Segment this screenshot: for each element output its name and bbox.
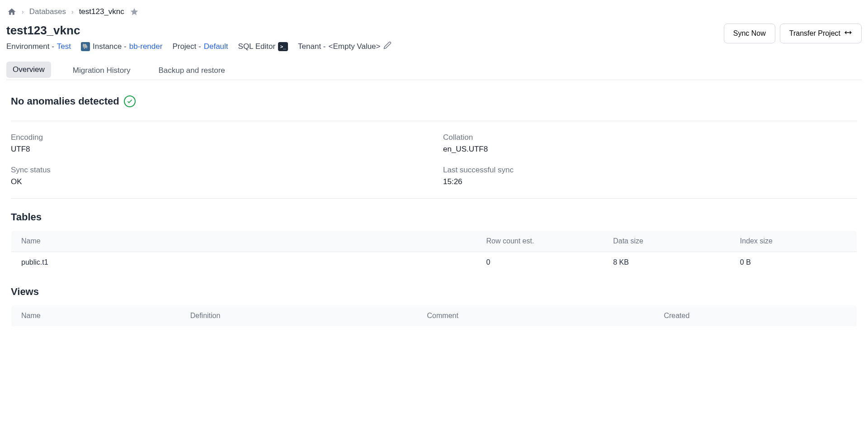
tables-header-data-size: Data size <box>603 231 730 252</box>
breadcrumb-databases[interactable]: Databases <box>29 7 66 16</box>
tables-header-row-count: Row count est. <box>476 231 604 252</box>
tabs: Overview Migration History Backup and re… <box>6 62 862 80</box>
last-sync-label: Last successful sync <box>443 166 857 175</box>
views-header-comment: Comment <box>417 305 654 327</box>
sql-editor-link[interactable]: SQL Editor >_ <box>238 42 288 51</box>
table-row[interactable]: public.t1 0 8 KB 0 B <box>11 252 857 273</box>
tables-header-index-size: Index size <box>730 231 857 252</box>
last-sync-value: 15:26 <box>443 177 857 186</box>
anomaly-status: No anomalies detected <box>11 80 857 121</box>
tables-title: Tables <box>11 211 857 223</box>
transfer-icon <box>844 29 852 38</box>
sync-status-label: Sync status <box>11 166 425 175</box>
info-grid: Encoding UTF8 Collation en_US.UTF8 Sync … <box>11 121 857 198</box>
tenant-meta: Tenant - <Empty Value> <box>298 41 391 52</box>
views-header-created: Created <box>654 305 857 327</box>
chevron-right-icon: › <box>71 8 74 15</box>
star-icon[interactable] <box>130 7 139 16</box>
tab-backup-restore[interactable]: Backup and restore <box>152 62 231 80</box>
sync-now-button[interactable]: Sync Now <box>724 24 775 43</box>
encoding-label: Encoding <box>11 133 425 142</box>
transfer-project-button[interactable]: Transfer Project <box>780 24 862 43</box>
page-title: test123_vknc <box>6 24 392 38</box>
terminal-icon: >_ <box>278 42 288 51</box>
encoding-value: UTF8 <box>11 145 425 154</box>
project-link[interactable]: Default <box>204 42 228 51</box>
tab-migration-history[interactable]: Migration History <box>66 62 137 80</box>
breadcrumb: › Databases › test123_vknc <box>6 5 862 21</box>
views-title: Views <box>11 286 857 298</box>
sync-status-value: OK <box>11 177 425 186</box>
environment-link[interactable]: Test <box>57 42 71 51</box>
postgres-icon: 🐘 <box>81 42 90 51</box>
chevron-right-icon: › <box>22 8 24 15</box>
tables-header-name: Name <box>11 231 476 252</box>
collation-value: en_US.UTF8 <box>443 145 857 154</box>
home-icon[interactable] <box>7 7 16 16</box>
views-header-definition: Definition <box>180 305 417 327</box>
edit-tenant-icon[interactable] <box>383 41 392 52</box>
project-meta: Project - Default <box>172 42 228 51</box>
environment-meta: Environment - Test <box>6 42 71 51</box>
breadcrumb-current: test123_vknc <box>79 7 124 16</box>
views-header-name: Name <box>11 305 180 327</box>
check-circle-icon <box>124 95 136 107</box>
views-table: Name Definition Comment Created <box>11 305 857 327</box>
tables-table: Name Row count est. Data size Index size… <box>11 230 857 273</box>
instance-link[interactable]: bb-render <box>129 42 163 51</box>
tab-overview[interactable]: Overview <box>6 62 51 78</box>
instance-meta: 🐘 Instance - bb-render <box>81 42 162 51</box>
collation-label: Collation <box>443 133 857 142</box>
